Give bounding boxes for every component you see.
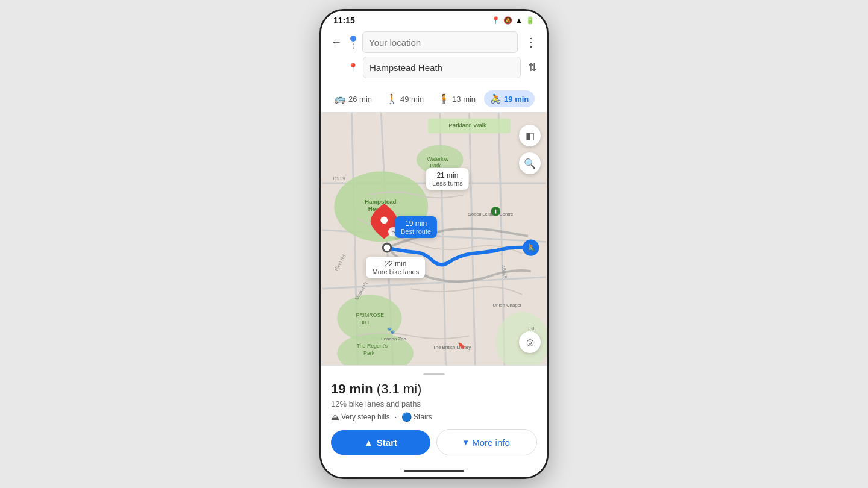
summary-distance: (3.1 mi): [377, 381, 422, 396]
swap-button[interactable]: ⇅: [526, 58, 539, 77]
bike-icon: 🚴: [490, 93, 502, 104]
route-bubble-bike-lanes[interactable]: 22 min More bike lanes: [366, 257, 426, 278]
action-row: ▲ Start ▾ More info: [331, 429, 537, 455]
destination-pin-icon: 📍: [348, 63, 358, 72]
svg-text:Union Chapel: Union Chapel: [492, 302, 521, 308]
wifi-icon: ▲: [515, 16, 523, 25]
walk-time: 49 min: [400, 95, 424, 104]
best-label: Best route: [401, 228, 431, 235]
connector-dot-1: [353, 43, 354, 45]
from-input[interactable]: [362, 31, 518, 53]
less-turns-label: Less turns: [432, 180, 463, 187]
svg-text:B519: B519: [333, 175, 345, 181]
from-row: ← ⋮: [329, 31, 539, 53]
transit-time: 13 min: [452, 95, 476, 104]
mode-bike[interactable]: 🚴 19 min: [484, 90, 535, 107]
mode-tabs: 🚌 26 min 🚶 49 min 🧍 13 min 🚴 19 min: [321, 87, 547, 113]
svg-text:London Zoo: London Zoo: [381, 336, 406, 342]
origin-dot: [350, 36, 356, 42]
transit-icon: 🧍: [438, 93, 450, 104]
back-button[interactable]: ←: [329, 34, 344, 51]
stairs-icon: 🔵: [401, 412, 412, 422]
locate-button[interactable]: ◎: [519, 331, 541, 353]
steep-hills-label: Very steep hills: [341, 413, 390, 421]
to-input[interactable]: [363, 57, 521, 78]
route-dots: [350, 36, 356, 49]
walk-icon: 🚶: [386, 93, 398, 104]
start-icon: ▲: [364, 437, 373, 448]
bottom-sheet: 19 min (3.1 mi) 12% bike lanes and paths…: [321, 365, 547, 465]
bike-lanes-label: More bike lanes: [373, 268, 420, 275]
bike-lanes-time: 22 min: [373, 260, 420, 268]
best-time: 19 min: [401, 219, 431, 228]
bike-time: 19 min: [504, 95, 529, 104]
less-turns-time: 21 min: [432, 171, 463, 180]
stairs-tag: 🔵 Stairs: [401, 412, 432, 422]
search-button[interactable]: 🔍: [519, 152, 541, 174]
svg-text:Sobell Leisure Centre: Sobell Leisure Centre: [468, 211, 514, 217]
svg-text:🔖: 🔖: [458, 342, 466, 349]
svg-text:Park: Park: [430, 163, 441, 169]
more-button[interactable]: ⋮: [523, 33, 539, 52]
mode-bus[interactable]: 🚌 26 min: [329, 90, 378, 107]
svg-text:The Regent's: The Regent's: [356, 343, 388, 349]
svg-text:🚴: 🚴: [527, 243, 536, 252]
status-time: 11:15: [333, 16, 355, 25]
to-row: 📍 ⇅: [329, 57, 539, 78]
phone-frame: 11:15 📍 🔕 ▲ 🔋 ← ⋮ 📍 ⇅: [319, 9, 549, 479]
svg-point-34: [383, 243, 391, 252]
bus-time: 26 min: [348, 95, 372, 104]
mode-transit[interactable]: 🧍 13 min: [432, 90, 482, 107]
steep-hills-icon: ⛰: [331, 412, 339, 422]
locate-icon: ◎: [526, 337, 534, 348]
svg-text:PRIMROSE: PRIMROSE: [356, 312, 384, 318]
more-info-button[interactable]: ▾ More info: [436, 429, 537, 455]
svg-text:ISL: ISL: [528, 325, 536, 331]
battery-icon: 🔋: [526, 16, 535, 25]
bus-icon: 🚌: [335, 93, 346, 104]
location-icon: 📍: [491, 16, 500, 25]
steep-hills-tag: ⛰ Very steep hills: [331, 412, 390, 422]
header: ← ⋮ 📍 ⇅: [321, 28, 547, 87]
dnd-icon: 🔕: [503, 16, 512, 25]
route-bubble-less-turns[interactable]: 21 min Less turns: [426, 168, 469, 190]
route-summary: 19 min (3.1 mi): [331, 381, 537, 397]
map-svg: Hampstead Heath Parkland Walk Waterlow P…: [321, 113, 547, 365]
svg-text:Parkland Walk: Parkland Walk: [448, 122, 486, 128]
summary-time: 19 min: [331, 381, 373, 396]
route-bubble-best[interactable]: 19 min Best route: [395, 216, 437, 238]
mode-walk[interactable]: 🚶 49 min: [380, 90, 430, 107]
drag-handle: [423, 373, 445, 375]
svg-point-35: [380, 216, 388, 224]
stairs-label: Stairs: [414, 413, 432, 421]
svg-text:🐾: 🐾: [387, 327, 395, 334]
tag-separator: ·: [395, 413, 397, 421]
start-label: Start: [377, 437, 397, 448]
svg-text:Waterlow: Waterlow: [427, 156, 449, 162]
search-icon: 🔍: [524, 158, 536, 169]
svg-text:Park: Park: [363, 350, 375, 356]
map-container[interactable]: Hampstead Heath Parkland Walk Waterlow P…: [321, 113, 547, 365]
home-bar: [321, 465, 547, 477]
more-info-label: More info: [472, 437, 510, 448]
route-details: 12% bike lanes and paths: [331, 399, 537, 408]
layers-button[interactable]: ◧: [519, 125, 541, 146]
route-tags: ⛰ Very steep hills · 🔵 Stairs: [331, 412, 537, 422]
svg-text:Hampstead: Hampstead: [365, 198, 397, 205]
svg-text:HILL: HILL: [359, 319, 371, 325]
connector-dot-2: [353, 47, 354, 49]
layers-icon: ◧: [526, 130, 535, 142]
status-bar: 11:15 📍 🔕 ▲ 🔋: [321, 11, 547, 28]
map-controls: ◧ 🔍: [519, 125, 541, 174]
chevron-down-icon: ▾: [464, 437, 468, 448]
start-button[interactable]: ▲ Start: [331, 430, 430, 455]
status-icons: 📍 🔕 ▲ 🔋: [491, 16, 535, 25]
home-indicator: [404, 470, 464, 472]
